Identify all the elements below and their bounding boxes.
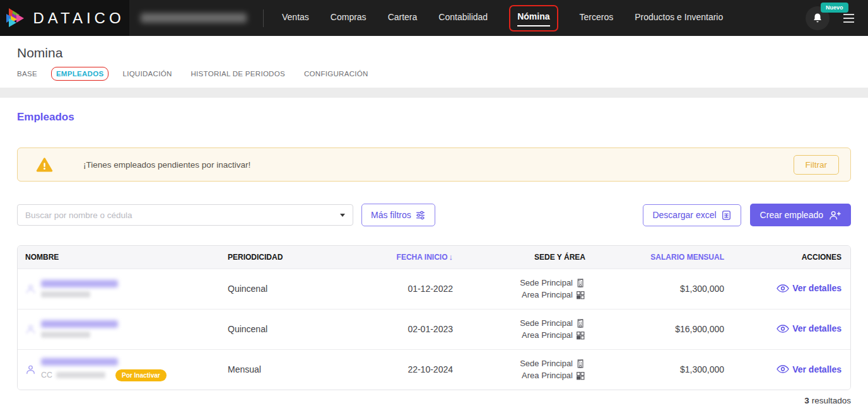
alert-message: ¡Tienes empleados pendientes por inactiv… — [83, 160, 250, 170]
tab-empleados[interactable]: EMPLEADOS — [56, 70, 104, 78]
nav-item-nomina[interactable]: Nómina — [509, 5, 558, 32]
start-date-value: 01-12-2022 — [355, 269, 459, 309]
table-row[interactable]: Quincenal 01-12-2022 Sede Principal Area… — [18, 269, 850, 309]
start-date-value: 22-10-2024 — [355, 349, 459, 390]
person-plus-icon — [828, 210, 841, 221]
building-icon — [575, 318, 585, 328]
filter-sliders-icon — [415, 210, 426, 221]
table-row[interactable]: CC Por Inactivar Mensual 22-10-2024 Sede… — [18, 349, 850, 390]
results-count: 3resultados — [17, 396, 851, 405]
pending-inactivation-alert: ¡Tienes empleados pendientes por inactiv… — [17, 148, 851, 182]
name-cell: CC Por Inactivar — [18, 349, 207, 390]
area-grid-icon — [575, 330, 585, 340]
brand-name: DATAICO — [33, 9, 124, 27]
table-header-row: NOMBREPERIODICIDADFECHA INICIO↓SEDE Y ÁR… — [18, 246, 850, 269]
employee-name-redacted[interactable] — [41, 320, 118, 328]
area-value: Area Principal — [522, 290, 573, 299]
tab-historial-de-periodos[interactable]: HISTORIAL DE PERIODOS — [191, 70, 285, 78]
status-badge: Por Inactivar — [115, 369, 167, 381]
view-details-link[interactable]: Ver detalles — [777, 364, 842, 374]
brand-logo[interactable]: DATAICO — [0, 0, 129, 36]
nuevo-badge: Nuevo — [821, 3, 848, 13]
sede-area-cell: Sede Principal Area Principal — [459, 269, 592, 309]
filtrar-button[interactable]: Filtrar — [794, 155, 840, 175]
menu-button[interactable] — [843, 14, 854, 23]
sede-value: Sede Principal — [520, 359, 573, 368]
nav-item-compras[interactable]: Compras — [331, 6, 367, 31]
results-number: 3 — [804, 396, 809, 405]
eye-icon — [777, 325, 789, 333]
periodicity-value: Quincenal — [207, 269, 355, 309]
employees-tbody: Quincenal 01-12-2022 Sede Principal Area… — [18, 269, 850, 390]
person-icon — [25, 324, 36, 335]
view-details-label: Ver detalles — [792, 323, 842, 333]
notifications-button[interactable]: Nuevo — [806, 6, 830, 30]
more-filters-button[interactable]: Más filtros — [361, 204, 435, 226]
employee-name-redacted[interactable] — [41, 358, 118, 366]
eye-icon — [777, 365, 789, 373]
dropdown-caret-icon[interactable] — [340, 214, 345, 217]
column-header-periodicidad: PERIODICIDAD — [207, 246, 355, 269]
sede-area-cell: Sede Principal Area Principal — [459, 349, 592, 390]
create-employee-button[interactable]: Crear empleado — [750, 204, 851, 226]
actions-cell: Ver detalles — [730, 349, 850, 390]
sede-value: Sede Principal — [520, 278, 573, 287]
page-head: Nomina BASEEMPLEADOSLIQUIDACIÓNHISTORIAL… — [0, 36, 868, 78]
nav-item-terceros[interactable]: Terceros — [580, 6, 614, 31]
actions-cell: Ver detalles — [730, 309, 850, 349]
tab-configuracion[interactable]: CONFIGURACIÓN — [304, 70, 368, 78]
section-tabs: BASEEMPLEADOSLIQUIDACIÓNHISTORIAL DE PER… — [17, 70, 851, 78]
employee-search-select[interactable] — [17, 204, 353, 226]
view-details-link[interactable]: Ver detalles — [777, 283, 842, 293]
view-details-label: Ver detalles — [792, 283, 842, 293]
page-title: Nomina — [17, 45, 851, 61]
area-value: Area Principal — [522, 371, 573, 380]
salary-value: $16,900,000 — [592, 309, 730, 349]
nav-item-productos-e-inventario[interactable]: Productos e Inventario — [635, 6, 723, 31]
nav-item-contabilidad[interactable]: Contabilidad — [438, 6, 488, 31]
search-input[interactable] — [25, 211, 340, 220]
download-excel-label: Descargar excel — [652, 210, 716, 220]
name-cell — [18, 269, 207, 309]
warning-icon — [36, 156, 53, 173]
name-cell — [18, 309, 207, 349]
sort-desc-icon: ↓ — [449, 252, 454, 262]
nav-item-cartera[interactable]: Cartera — [388, 6, 418, 31]
column-header-acciones: ACCIONES — [730, 246, 850, 269]
periodicity-value: Mensual — [207, 349, 355, 390]
column-header-salario-mensual[interactable]: SALARIO MENSUAL — [592, 246, 730, 269]
periodicity-value: Quincenal — [207, 309, 355, 349]
area-grid-icon — [575, 290, 585, 300]
employee-id-redacted — [41, 291, 90, 298]
excel-file-icon — [721, 210, 732, 221]
employee-id-redacted — [56, 372, 105, 378]
cc-prefix: CC — [41, 371, 52, 379]
employees-table: NOMBREPERIODICIDADFECHA INICIO↓SEDE Y ÁR… — [17, 245, 851, 390]
primary-nav: VentasComprasCarteraContabilidadNóminaTe… — [282, 5, 744, 32]
column-header-fecha-inicio[interactable]: FECHA INICIO↓ — [355, 246, 459, 269]
salary-value: $1,300,000 — [592, 269, 730, 309]
download-excel-button[interactable]: Descargar excel — [643, 204, 741, 226]
start-date-value: 02-01-2023 — [355, 309, 459, 349]
view-details-label: Ver detalles — [792, 364, 842, 374]
main-content: Empleados ¡Tienes empleados pendientes p… — [0, 111, 868, 405]
sede-area-cell: Sede Principal Area Principal — [459, 309, 592, 349]
create-employee-label: Crear empleado — [760, 210, 823, 220]
column-header-sede-y-area: SEDE Y ÁREA — [459, 246, 592, 269]
column-header-nombre: NOMBRE — [18, 246, 207, 269]
bell-icon — [811, 12, 824, 25]
results-label: resultados — [812, 396, 851, 405]
view-details-link[interactable]: Ver detalles — [777, 323, 842, 333]
employee-name-redacted[interactable] — [41, 280, 118, 287]
controls-row: Más filtros Descargar excel Crear emple — [17, 204, 851, 226]
area-grid-icon — [575, 371, 585, 381]
table-row[interactable]: Quincenal 02-01-2023 Sede Principal Area… — [18, 309, 850, 349]
eye-icon — [777, 284, 789, 292]
tab-base[interactable]: BASE — [17, 70, 37, 78]
nav-right-group: Nuevo — [806, 6, 868, 30]
tab-liquidacion[interactable]: LIQUIDACIÓN — [122, 70, 172, 78]
nav-item-ventas[interactable]: Ventas — [282, 6, 309, 31]
company-name-redacted — [141, 13, 247, 23]
sede-value: Sede Principal — [520, 318, 573, 328]
dataico-logo-icon — [4, 8, 26, 29]
